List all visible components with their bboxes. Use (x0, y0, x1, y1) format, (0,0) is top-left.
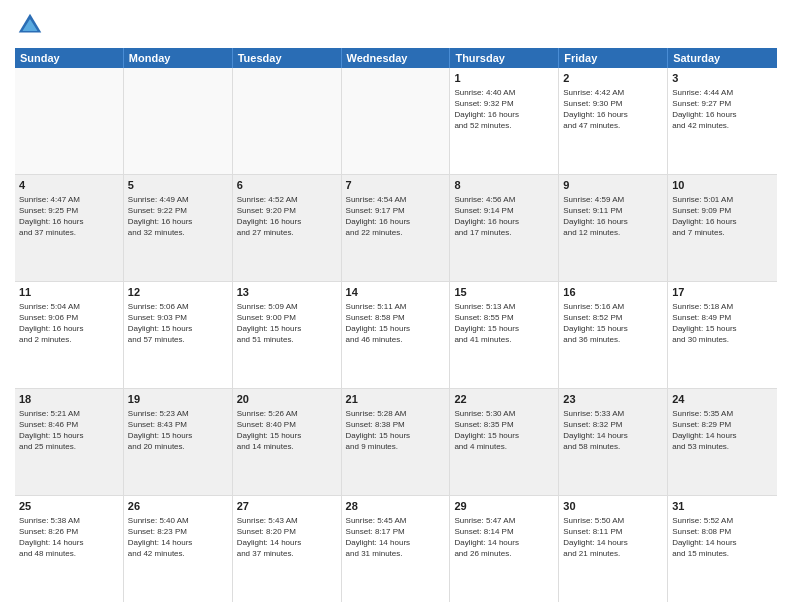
calendar-cell: 25Sunrise: 5:38 AM Sunset: 8:26 PM Dayli… (15, 496, 124, 602)
cell-info: Sunrise: 5:28 AM Sunset: 8:38 PM Dayligh… (346, 408, 446, 453)
calendar-body: 1Sunrise: 4:40 AM Sunset: 9:32 PM Daylig… (15, 68, 777, 602)
calendar-cell: 1Sunrise: 4:40 AM Sunset: 9:32 PM Daylig… (450, 68, 559, 174)
calendar-cell: 18Sunrise: 5:21 AM Sunset: 8:46 PM Dayli… (15, 389, 124, 495)
calendar: SundayMondayTuesdayWednesdayThursdayFrid… (15, 48, 777, 602)
day-number: 28 (346, 499, 446, 514)
cell-info: Sunrise: 4:56 AM Sunset: 9:14 PM Dayligh… (454, 194, 554, 239)
cell-info: Sunrise: 5:06 AM Sunset: 9:03 PM Dayligh… (128, 301, 228, 346)
calendar-cell: 23Sunrise: 5:33 AM Sunset: 8:32 PM Dayli… (559, 389, 668, 495)
calendar-cell: 16Sunrise: 5:16 AM Sunset: 8:52 PM Dayli… (559, 282, 668, 388)
calendar-cell (342, 68, 451, 174)
day-number: 25 (19, 499, 119, 514)
calendar-row-1: 1Sunrise: 4:40 AM Sunset: 9:32 PM Daylig… (15, 68, 777, 175)
calendar-cell: 26Sunrise: 5:40 AM Sunset: 8:23 PM Dayli… (124, 496, 233, 602)
day-number: 9 (563, 178, 663, 193)
day-number: 29 (454, 499, 554, 514)
day-number: 11 (19, 285, 119, 300)
day-number: 13 (237, 285, 337, 300)
cell-info: Sunrise: 5:23 AM Sunset: 8:43 PM Dayligh… (128, 408, 228, 453)
day-number: 31 (672, 499, 773, 514)
calendar-cell: 17Sunrise: 5:18 AM Sunset: 8:49 PM Dayli… (668, 282, 777, 388)
day-number: 19 (128, 392, 228, 407)
cell-info: Sunrise: 5:35 AM Sunset: 8:29 PM Dayligh… (672, 408, 773, 453)
calendar-cell: 13Sunrise: 5:09 AM Sunset: 9:00 PM Dayli… (233, 282, 342, 388)
cell-info: Sunrise: 4:54 AM Sunset: 9:17 PM Dayligh… (346, 194, 446, 239)
cell-info: Sunrise: 5:45 AM Sunset: 8:17 PM Dayligh… (346, 515, 446, 560)
header-day-friday: Friday (559, 48, 668, 68)
day-number: 1 (454, 71, 554, 86)
day-number: 14 (346, 285, 446, 300)
calendar-cell: 5Sunrise: 4:49 AM Sunset: 9:22 PM Daylig… (124, 175, 233, 281)
header-day-sunday: Sunday (15, 48, 124, 68)
calendar-cell: 12Sunrise: 5:06 AM Sunset: 9:03 PM Dayli… (124, 282, 233, 388)
calendar-cell: 30Sunrise: 5:50 AM Sunset: 8:11 PM Dayli… (559, 496, 668, 602)
cell-info: Sunrise: 5:16 AM Sunset: 8:52 PM Dayligh… (563, 301, 663, 346)
calendar-cell: 11Sunrise: 5:04 AM Sunset: 9:06 PM Dayli… (15, 282, 124, 388)
calendar-cell (124, 68, 233, 174)
logo-icon (15, 10, 45, 40)
cell-info: Sunrise: 5:04 AM Sunset: 9:06 PM Dayligh… (19, 301, 119, 346)
calendar-cell: 24Sunrise: 5:35 AM Sunset: 8:29 PM Dayli… (668, 389, 777, 495)
day-number: 30 (563, 499, 663, 514)
calendar-cell: 8Sunrise: 4:56 AM Sunset: 9:14 PM Daylig… (450, 175, 559, 281)
day-number: 12 (128, 285, 228, 300)
calendar-cell: 22Sunrise: 5:30 AM Sunset: 8:35 PM Dayli… (450, 389, 559, 495)
calendar-cell: 10Sunrise: 5:01 AM Sunset: 9:09 PM Dayli… (668, 175, 777, 281)
cell-info: Sunrise: 5:18 AM Sunset: 8:49 PM Dayligh… (672, 301, 773, 346)
calendar-cell: 19Sunrise: 5:23 AM Sunset: 8:43 PM Dayli… (124, 389, 233, 495)
day-number: 22 (454, 392, 554, 407)
cell-info: Sunrise: 4:40 AM Sunset: 9:32 PM Dayligh… (454, 87, 554, 132)
cell-info: Sunrise: 5:11 AM Sunset: 8:58 PM Dayligh… (346, 301, 446, 346)
cell-info: Sunrise: 4:59 AM Sunset: 9:11 PM Dayligh… (563, 194, 663, 239)
cell-info: Sunrise: 5:52 AM Sunset: 8:08 PM Dayligh… (672, 515, 773, 560)
cell-info: Sunrise: 5:13 AM Sunset: 8:55 PM Dayligh… (454, 301, 554, 346)
calendar-cell: 15Sunrise: 5:13 AM Sunset: 8:55 PM Dayli… (450, 282, 559, 388)
day-number: 20 (237, 392, 337, 407)
day-number: 26 (128, 499, 228, 514)
logo (15, 10, 49, 40)
day-number: 17 (672, 285, 773, 300)
day-number: 5 (128, 178, 228, 193)
header-day-monday: Monday (124, 48, 233, 68)
calendar-cell: 27Sunrise: 5:43 AM Sunset: 8:20 PM Dayli… (233, 496, 342, 602)
calendar-cell: 3Sunrise: 4:44 AM Sunset: 9:27 PM Daylig… (668, 68, 777, 174)
day-number: 24 (672, 392, 773, 407)
calendar-cell: 7Sunrise: 4:54 AM Sunset: 9:17 PM Daylig… (342, 175, 451, 281)
header-day-wednesday: Wednesday (342, 48, 451, 68)
cell-info: Sunrise: 5:21 AM Sunset: 8:46 PM Dayligh… (19, 408, 119, 453)
header (15, 10, 777, 40)
cell-info: Sunrise: 5:38 AM Sunset: 8:26 PM Dayligh… (19, 515, 119, 560)
day-number: 15 (454, 285, 554, 300)
cell-info: Sunrise: 5:50 AM Sunset: 8:11 PM Dayligh… (563, 515, 663, 560)
calendar-row-5: 25Sunrise: 5:38 AM Sunset: 8:26 PM Dayli… (15, 496, 777, 602)
cell-info: Sunrise: 4:47 AM Sunset: 9:25 PM Dayligh… (19, 194, 119, 239)
day-number: 27 (237, 499, 337, 514)
cell-info: Sunrise: 5:47 AM Sunset: 8:14 PM Dayligh… (454, 515, 554, 560)
cell-info: Sunrise: 4:44 AM Sunset: 9:27 PM Dayligh… (672, 87, 773, 132)
day-number: 21 (346, 392, 446, 407)
calendar-cell: 29Sunrise: 5:47 AM Sunset: 8:14 PM Dayli… (450, 496, 559, 602)
calendar-cell: 21Sunrise: 5:28 AM Sunset: 8:38 PM Dayli… (342, 389, 451, 495)
day-number: 8 (454, 178, 554, 193)
cell-info: Sunrise: 4:42 AM Sunset: 9:30 PM Dayligh… (563, 87, 663, 132)
calendar-cell: 9Sunrise: 4:59 AM Sunset: 9:11 PM Daylig… (559, 175, 668, 281)
cell-info: Sunrise: 5:01 AM Sunset: 9:09 PM Dayligh… (672, 194, 773, 239)
day-number: 6 (237, 178, 337, 193)
cell-info: Sunrise: 4:52 AM Sunset: 9:20 PM Dayligh… (237, 194, 337, 239)
header-day-thursday: Thursday (450, 48, 559, 68)
calendar-header: SundayMondayTuesdayWednesdayThursdayFrid… (15, 48, 777, 68)
day-number: 7 (346, 178, 446, 193)
calendar-cell: 14Sunrise: 5:11 AM Sunset: 8:58 PM Dayli… (342, 282, 451, 388)
day-number: 2 (563, 71, 663, 86)
day-number: 18 (19, 392, 119, 407)
header-day-tuesday: Tuesday (233, 48, 342, 68)
day-number: 3 (672, 71, 773, 86)
cell-info: Sunrise: 4:49 AM Sunset: 9:22 PM Dayligh… (128, 194, 228, 239)
calendar-cell (15, 68, 124, 174)
calendar-cell: 31Sunrise: 5:52 AM Sunset: 8:08 PM Dayli… (668, 496, 777, 602)
day-number: 16 (563, 285, 663, 300)
cell-info: Sunrise: 5:26 AM Sunset: 8:40 PM Dayligh… (237, 408, 337, 453)
cell-info: Sunrise: 5:33 AM Sunset: 8:32 PM Dayligh… (563, 408, 663, 453)
calendar-cell: 2Sunrise: 4:42 AM Sunset: 9:30 PM Daylig… (559, 68, 668, 174)
cell-info: Sunrise: 5:30 AM Sunset: 8:35 PM Dayligh… (454, 408, 554, 453)
